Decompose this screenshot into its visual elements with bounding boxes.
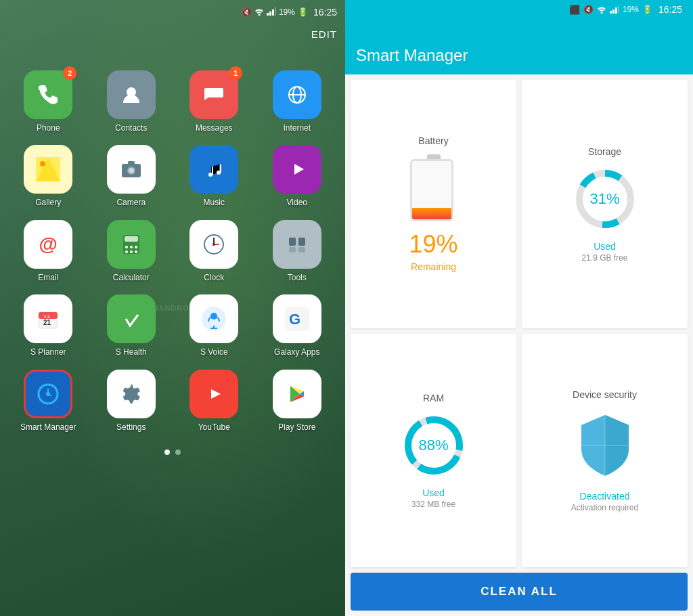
app-item-music[interactable]: Music bbox=[173, 139, 256, 214]
svg-rect-3 bbox=[275, 7, 276, 16]
storage-card-title: Storage bbox=[588, 146, 621, 157]
battery-body bbox=[410, 159, 453, 221]
battery-sublabel: Remaining bbox=[411, 261, 456, 272]
battery-visual bbox=[410, 154, 457, 222]
svg-rect-57 bbox=[610, 11, 612, 14]
app-item-video[interactable]: Video bbox=[256, 139, 339, 214]
ram-percent: 88% bbox=[418, 437, 448, 454]
app-item-contacts[interactable]: Contacts bbox=[90, 65, 173, 139]
svg-point-27 bbox=[135, 250, 137, 253]
battery-card[interactable]: Battery 19% Remaining bbox=[351, 80, 516, 328]
app-icon-tools bbox=[273, 220, 321, 269]
app-icon-music bbox=[189, 145, 238, 194]
svg-rect-14 bbox=[128, 161, 135, 164]
security-card-title: Device security bbox=[573, 389, 637, 400]
app-item-splanner[interactable]: TUE21 S Planner bbox=[7, 289, 90, 364]
app-item-shealth[interactable]: S Health bbox=[90, 289, 173, 364]
app-item-messages[interactable]: 1 Messages bbox=[173, 65, 256, 139]
battery-icon-right: 🔋 bbox=[642, 5, 652, 14]
svg-rect-59 bbox=[615, 7, 617, 14]
app-icon-inner-internet bbox=[273, 70, 321, 119]
svg-text:21: 21 bbox=[43, 319, 51, 326]
app-item-galaxyapps[interactable]: G Galaxy Apps bbox=[256, 289, 339, 364]
time-left: 16:25 bbox=[313, 7, 337, 18]
storage-card[interactable]: Storage 31% Used 21.9 GB free bbox=[522, 80, 688, 328]
battery-pct-left: 19% bbox=[279, 7, 295, 17]
app-item-tools[interactable]: Tools bbox=[256, 215, 339, 289]
app-icon-inner-contacts bbox=[107, 70, 156, 119]
app-item-calculator[interactable]: Calculator bbox=[90, 215, 173, 289]
edit-button[interactable]: EDIT bbox=[311, 28, 337, 40]
app-icon-camera bbox=[107, 145, 156, 194]
app-icon-calculator bbox=[107, 220, 156, 269]
storage-detail: 21.9 GB free bbox=[581, 253, 627, 263]
app-item-settings[interactable]: Settings bbox=[90, 364, 173, 439]
svg-rect-21 bbox=[125, 236, 138, 242]
app-icon-inner-playstore bbox=[273, 370, 321, 418]
app-label-messages: Messages bbox=[196, 123, 233, 133]
security-detail: Activation required bbox=[571, 503, 638, 512]
app-item-smartmanager[interactable]: Smart Manager bbox=[7, 364, 90, 439]
app-icon-messages: 1 bbox=[189, 70, 238, 119]
app-item-phone[interactable]: 2 Phone bbox=[7, 65, 90, 139]
ram-detail: 332 MB free bbox=[411, 500, 455, 509]
app-icon-gallery bbox=[24, 145, 72, 194]
app-item-playstore[interactable]: Play Store bbox=[256, 364, 339, 439]
app-icon-inner-galaxyapps: G bbox=[273, 294, 321, 343]
ram-card-title: RAM bbox=[423, 393, 444, 403]
signal-icon-right bbox=[610, 5, 619, 14]
app-item-camera[interactable]: Camera bbox=[90, 139, 173, 214]
svg-rect-33 bbox=[298, 238, 305, 246]
signal-icon-left bbox=[267, 7, 276, 18]
dot-2 bbox=[175, 449, 181, 455]
app-item-email[interactable]: @ Email bbox=[7, 215, 90, 289]
page-dots bbox=[164, 449, 181, 455]
app-icon-internet bbox=[273, 70, 321, 119]
svg-rect-58 bbox=[612, 9, 614, 14]
app-label-video: Video bbox=[287, 198, 307, 207]
ram-card[interactable]: RAM 88% Used 332 MB free bbox=[351, 334, 516, 567]
svg-rect-35 bbox=[298, 247, 305, 252]
svg-point-10 bbox=[40, 161, 45, 167]
storage-donut: 31% bbox=[571, 165, 639, 233]
app-label-splanner: S Planner bbox=[30, 347, 66, 357]
status-bar-left: 🔇 19% 🔋 16:25 bbox=[0, 0, 345, 24]
app-icon-inner-clock bbox=[189, 220, 238, 269]
app-item-internet[interactable]: Internet bbox=[256, 65, 339, 139]
svg-point-31 bbox=[213, 243, 215, 246]
app-label-music: Music bbox=[204, 198, 225, 207]
battery-percent: 19% bbox=[409, 230, 457, 259]
thumbnail-icon: ⬛ bbox=[569, 5, 580, 15]
app-icon-inner-video bbox=[273, 145, 321, 194]
app-icon-email: @ bbox=[24, 220, 72, 269]
app-label-contacts: Contacts bbox=[115, 123, 147, 133]
app-label-smartmanager: Smart Manager bbox=[20, 422, 76, 432]
app-icon-inner-shealth bbox=[107, 294, 156, 343]
app-item-gallery[interactable]: Gallery bbox=[7, 139, 90, 214]
app-label-gallery: Gallery bbox=[35, 198, 61, 207]
app-item-youtube[interactable]: YouTube bbox=[173, 364, 256, 439]
smart-manager-title: Smart Manager bbox=[356, 46, 682, 65]
security-shield bbox=[571, 408, 639, 483]
badge-phone: 2 bbox=[63, 66, 76, 80]
app-icon-inner-svoice bbox=[189, 294, 238, 343]
app-item-svoice[interactable]: S Voice bbox=[173, 289, 256, 364]
app-icon-inner-smartmanager bbox=[26, 372, 70, 416]
app-icon-phone: 2 bbox=[24, 70, 72, 119]
app-icon-inner-email: @ bbox=[24, 220, 72, 269]
clean-all-button[interactable]: CLEAN ALL bbox=[351, 573, 688, 611]
status-bar-right: ⬛ 🔇 19% 🔋 16:25 bbox=[356, 0, 682, 15]
battery-pct-right: 19% bbox=[623, 5, 639, 14]
security-card[interactable]: Device security Deactivated Activation r… bbox=[522, 334, 688, 567]
app-icon-svoice bbox=[189, 294, 238, 343]
app-icon-playstore bbox=[273, 370, 321, 418]
app-label-clock: Clock bbox=[204, 273, 224, 282]
right-panel: ⬛ 🔇 19% 🔋 16:25 Smart Manager Battery bbox=[345, 0, 693, 616]
svg-point-26 bbox=[130, 250, 133, 253]
wifi-icon-right bbox=[597, 5, 606, 14]
battery-icon-left: 🔋 bbox=[298, 7, 308, 17]
app-item-clock[interactable]: Clock bbox=[173, 215, 256, 289]
cards-grid: Battery 19% Remaining Storage 31% Used 2 bbox=[345, 74, 693, 573]
app-icon-clock bbox=[189, 220, 238, 269]
app-icon-splanner: TUE21 bbox=[24, 294, 72, 343]
